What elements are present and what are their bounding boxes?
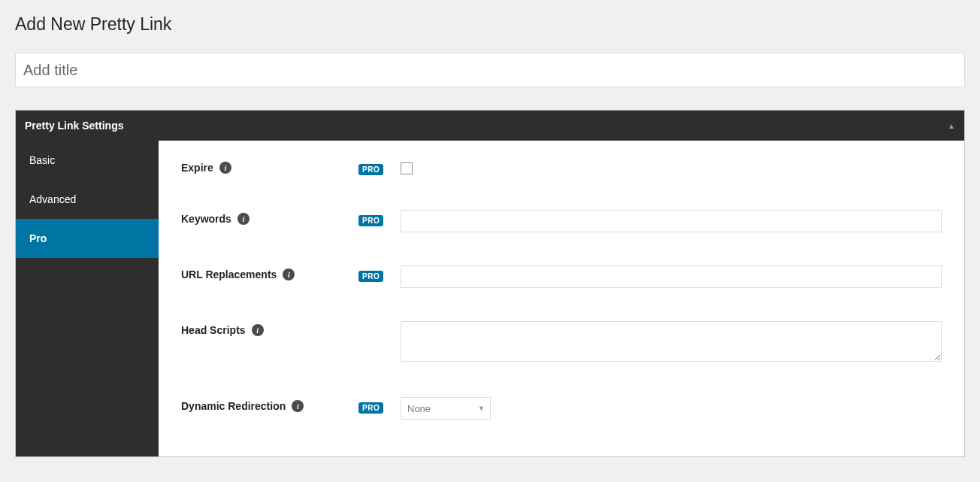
expire-checkbox[interactable] xyxy=(401,162,413,174)
info-icon[interactable]: i xyxy=(219,162,231,174)
info-icon[interactable]: i xyxy=(237,213,250,225)
pro-badge: PRO xyxy=(358,215,383,226)
tab-advanced[interactable]: Advanced xyxy=(16,180,159,219)
pro-badge: PRO xyxy=(358,271,383,282)
row-dynamic-redirection: Dynamic Redirection i PRO None xyxy=(181,397,942,420)
expire-label: Expire xyxy=(181,162,213,174)
row-url-replacements: URL Replacements i PRO xyxy=(181,265,942,288)
head-scripts-textarea[interactable] xyxy=(401,321,942,362)
tab-content-pro: Expire i PRO Keywords i xyxy=(159,141,964,456)
settings-metabox: Pretty Link Settings ▲ Basic Advanced Pr… xyxy=(15,110,965,457)
metabox-header: Pretty Link Settings ▲ xyxy=(16,111,964,141)
pro-badge: PRO xyxy=(358,164,383,175)
row-head-scripts: Head Scripts i xyxy=(181,321,942,364)
row-keywords: Keywords i PRO xyxy=(181,210,942,232)
page-title: Add New Pretty Link xyxy=(15,8,965,38)
info-icon[interactable]: i xyxy=(283,268,295,280)
url-replacements-input[interactable] xyxy=(401,265,942,288)
row-expire: Expire i PRO xyxy=(181,159,942,177)
keywords-input[interactable] xyxy=(401,210,942,232)
tab-basic[interactable]: Basic xyxy=(16,141,159,180)
metabox-title: Pretty Link Settings xyxy=(25,120,123,132)
settings-tabs: Basic Advanced Pro xyxy=(16,141,159,456)
keywords-label: Keywords xyxy=(181,213,231,225)
collapse-icon[interactable]: ▲ xyxy=(948,122,955,130)
title-input[interactable] xyxy=(15,53,965,87)
url-replacements-label: URL Replacements xyxy=(181,268,277,280)
info-icon[interactable]: i xyxy=(252,324,264,336)
dynamic-redirection-select[interactable]: None xyxy=(401,397,491,420)
pro-badge: PRO xyxy=(358,402,383,414)
tab-pro[interactable]: Pro xyxy=(16,219,159,258)
head-scripts-label: Head Scripts xyxy=(181,324,246,336)
info-icon[interactable]: i xyxy=(292,400,304,412)
dynamic-redirection-label: Dynamic Redirection xyxy=(181,400,286,412)
